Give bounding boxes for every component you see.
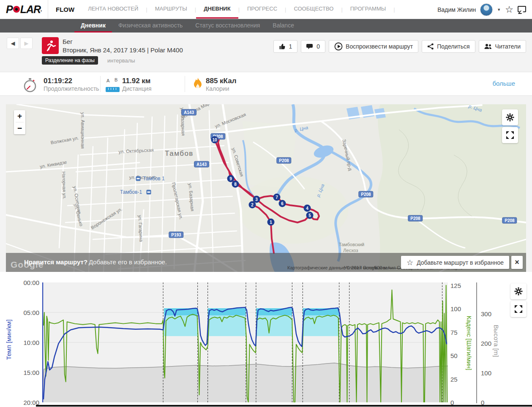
route-km-marker: 8 bbox=[232, 181, 239, 188]
map-fullscreen-button[interactable] bbox=[502, 127, 518, 143]
distance-ruler-icon bbox=[106, 87, 120, 92]
people-icon bbox=[484, 43, 492, 49]
polar-logo[interactable]: PLAR. bbox=[0, 0, 42, 19]
route-km-marker: 9 bbox=[227, 175, 235, 182]
logo-text: P bbox=[6, 3, 13, 16]
google-watermark: Google bbox=[11, 260, 44, 270]
messages-icon[interactable] bbox=[518, 6, 526, 12]
point-b-label: В bbox=[115, 77, 117, 82]
nav-routes[interactable]: МАРШРУТЫ bbox=[147, 0, 195, 19]
followers-button[interactable]: Читатели bbox=[479, 40, 526, 53]
road-badge: А143 bbox=[181, 109, 196, 116]
sub-nav: Дневник Физическая активность Статус вос… bbox=[0, 19, 532, 33]
favorite-prompt-bar: Нравится маршрут? Добавьте его в избранн… bbox=[6, 253, 526, 272]
map-label: Нагорная ул. bbox=[61, 171, 67, 199]
comment-button[interactable]: 0 bbox=[301, 40, 325, 53]
chart-plot[interactable] bbox=[42, 282, 448, 402]
activity-header: ◀ ▶ Бег Вторник, Янв 24, 2017 19:45 | Po… bbox=[0, 33, 532, 72]
map-attribution: Картографические данные © 2017 Google bbox=[287, 265, 378, 270]
gear-icon bbox=[514, 287, 523, 296]
tab-daily-activity[interactable]: Физическая активность bbox=[112, 19, 189, 33]
route-km-marker: 6 bbox=[279, 200, 286, 207]
thumb-up-icon bbox=[279, 43, 286, 50]
logo-dot: . bbox=[41, 6, 42, 13]
stat-divider bbox=[185, 76, 185, 92]
route-km-marker: 10 bbox=[211, 136, 218, 144]
chart-settings-button[interactable] bbox=[510, 283, 527, 299]
nav-programs[interactable]: ПРОГРАММЫ bbox=[343, 0, 394, 19]
comment-count: 0 bbox=[316, 43, 320, 50]
route-km-marker: 1 bbox=[267, 219, 275, 226]
train-station-icon bbox=[147, 190, 151, 195]
followers-label: Читатели bbox=[495, 43, 521, 50]
top-bar: PLAR. FLOW ЛЕНТА НОВОСТЕЙ| МАРШРУТЫ| ДНЕ… bbox=[0, 0, 532, 19]
running-sport-icon bbox=[42, 37, 59, 54]
road-badge: Р208 bbox=[502, 217, 517, 224]
tab-balance[interactable]: Balance bbox=[266, 19, 300, 33]
like-count: 1 bbox=[289, 43, 292, 50]
nav-progress[interactable]: ПРОГРЕСС bbox=[240, 0, 285, 19]
road-badge: Р208 bbox=[408, 215, 423, 222]
share-label: Поделиться bbox=[437, 43, 469, 50]
stopwatch-icon bbox=[22, 77, 38, 93]
tab-recovery-status[interactable]: Статус восстановления bbox=[189, 19, 266, 33]
map-zoom-control: + − bbox=[14, 110, 25, 134]
duration-value: 01:19:22 bbox=[44, 77, 72, 85]
axis-tick: 25 bbox=[450, 375, 458, 383]
road-badge: Р208 bbox=[276, 157, 291, 164]
axis-tick: 125 bbox=[450, 282, 461, 289]
route-km-marker: 3 bbox=[253, 196, 260, 203]
axis-tick: 300 bbox=[481, 310, 491, 317]
axis-tick: 50 bbox=[450, 352, 458, 359]
axis-tick: 10:00 bbox=[14, 339, 39, 346]
flow-wordmark: FLOW bbox=[48, 0, 80, 19]
share-icon bbox=[427, 43, 434, 50]
next-session-button[interactable]: ▶ bbox=[20, 38, 33, 49]
add-route-to-favorites-button[interactable]: ☆Добавьте маршрут в избранное bbox=[401, 256, 509, 269]
calories-label: Калории bbox=[206, 85, 229, 92]
distance-value: 11.92 км bbox=[122, 77, 150, 85]
like-button[interactable]: 1 bbox=[273, 40, 297, 53]
cadence-axis-label: Каденс [Шаги/мин] bbox=[466, 316, 473, 371]
user-name[interactable]: Вадим Жилин bbox=[437, 6, 476, 13]
replay-route-button[interactable]: Воспроизвести маршрут bbox=[329, 40, 418, 53]
axis-tick: 200 bbox=[481, 339, 491, 347]
station-label: Тамбов-1 bbox=[120, 189, 142, 195]
stat-divider bbox=[100, 76, 101, 92]
axis-tick: 75 bbox=[450, 328, 458, 336]
previous-session-button[interactable]: ◀ bbox=[7, 38, 19, 49]
close-favorite-bar-button[interactable]: × bbox=[511, 256, 523, 269]
route-km-marker: 4 bbox=[304, 205, 311, 212]
route-km-marker: 7 bbox=[273, 194, 281, 201]
activity-title: Бег bbox=[63, 38, 73, 45]
share-button[interactable]: Поделиться bbox=[422, 40, 475, 53]
chart-fullscreen-button[interactable] bbox=[510, 301, 527, 317]
map-section: ТамбовВолжская ул.ул. Киквидзеул. Авиаци… bbox=[0, 104, 532, 272]
favorites-star-icon[interactable]: ☆ bbox=[505, 4, 513, 15]
route-map[interactable]: ТамбовВолжская ул.ул. Киквидзеул. Авиаци… bbox=[6, 104, 526, 272]
zoom-out-button[interactable]: − bbox=[14, 122, 25, 134]
zoom-in-button[interactable]: + bbox=[14, 110, 25, 122]
axis-tick: 100 bbox=[450, 305, 461, 312]
more-link[interactable]: больше bbox=[492, 80, 515, 87]
star-outline-icon: ☆ bbox=[407, 258, 413, 267]
phase-value: интервалы bbox=[107, 57, 135, 64]
nav-diary[interactable]: ДНЕВНИК bbox=[196, 0, 238, 19]
station-label: Тамбов 1 bbox=[143, 176, 165, 182]
map-settings-button[interactable] bbox=[502, 109, 518, 125]
nav-news[interactable]: ЛЕНТА НОВОСТЕЙ bbox=[80, 0, 146, 19]
tab-diary[interactable]: Дневник bbox=[74, 19, 112, 33]
train-station-icon bbox=[136, 176, 141, 181]
chart-scrollbar[interactable] bbox=[36, 405, 532, 407]
chevron-down-icon[interactable]: ▼ bbox=[497, 8, 501, 12]
phase-split-tag[interactable]: Разделение на фазы bbox=[42, 56, 98, 65]
axis-tick: 00:00 bbox=[14, 279, 39, 286]
axis-tick: 05:00 bbox=[14, 309, 39, 316]
road-badge: Р193 bbox=[169, 232, 183, 238]
training-chart-section: 00:0005:0010:0015:0020:00025507510012501… bbox=[0, 272, 532, 407]
nav-community[interactable]: СООБЩЕСТВО bbox=[286, 0, 341, 19]
comment-icon bbox=[306, 43, 314, 50]
map-label: Тамбов bbox=[165, 149, 194, 158]
duration-label: Продолжительность bbox=[44, 85, 99, 92]
avatar[interactable] bbox=[480, 3, 493, 16]
